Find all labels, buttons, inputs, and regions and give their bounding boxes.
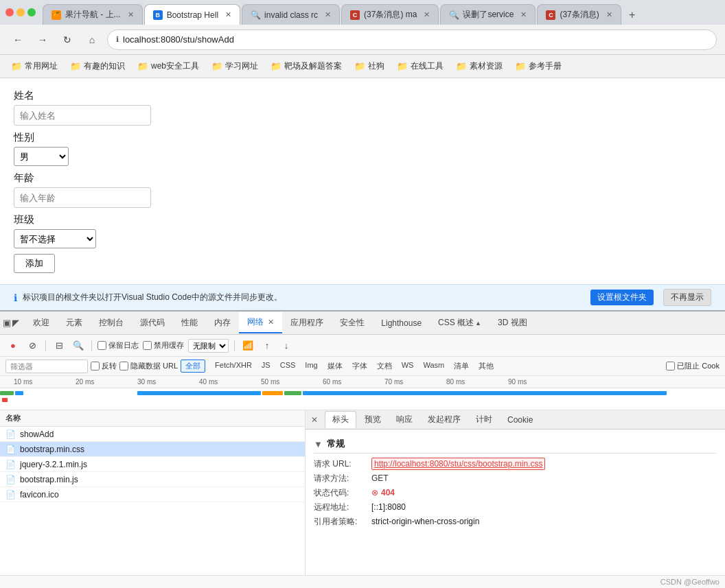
devtools-tab-lighthouse[interactable]: Lighthouse <box>373 314 430 332</box>
filter-type-doc[interactable]: 文档 <box>373 360 396 372</box>
detail-tab-preview[interactable]: 预览 <box>358 412 388 427</box>
tab-5[interactable]: 🔍 误删了service ✕ <box>440 4 536 25</box>
devtools-tab-performance[interactable]: 性能 <box>173 313 206 333</box>
tab-3[interactable]: 🔍 invalid class rc ✕ <box>242 4 340 25</box>
filter-type-media[interactable]: 媒体 <box>323 360 347 372</box>
filter-toggle-button[interactable]: ⊟ <box>51 338 67 353</box>
devtools-tab-security[interactable]: 安全性 <box>332 313 373 333</box>
back-button[interactable]: ← <box>8 30 27 49</box>
tab-1[interactable]: 🍊 果汁导航 - 上... ✕ <box>43 4 143 25</box>
bookmark-6[interactable]: 📁 社狗 <box>349 58 390 74</box>
class-select[interactable]: 暂不选择 班级1 班级2 <box>14 229 96 248</box>
dismiss-button[interactable]: 不再显示 <box>663 289 711 306</box>
detail-tab-timing[interactable]: 计时 <box>469 412 499 427</box>
bookmark-1-label: 常用网址 <box>25 60 58 72</box>
timeline-bar-green-1 <box>0 391 14 395</box>
add-button[interactable]: 添加 <box>14 254 55 273</box>
detail-tab-headers[interactable]: 标头 <box>325 411 356 428</box>
toolbar-sep-2 <box>91 340 92 351</box>
tab-4-close[interactable]: ✕ <box>424 10 430 19</box>
tab-1-label: 果汁导航 - 上... <box>65 9 121 21</box>
reload-button[interactable]: ↻ <box>58 30 77 49</box>
filter-all-tag[interactable]: 全部 <box>181 360 205 373</box>
detail-tab-initiator[interactable]: 发起程序 <box>421 412 468 427</box>
age-input[interactable] <box>14 187 151 208</box>
filter-type-img[interactable]: Img <box>301 360 321 372</box>
search-button[interactable]: 🔍 <box>71 338 86 353</box>
gender-select[interactable]: 男 女 <box>14 147 69 166</box>
minimize-button[interactable] <box>16 8 25 16</box>
tab-6-close[interactable]: ✕ <box>606 10 612 19</box>
devtools-tab-application[interactable]: 应用程序 <box>282 313 332 333</box>
bookmark-7[interactable]: 📁 在线工具 <box>391 58 449 74</box>
bookmark-5-label: 靶场及解题答案 <box>284 60 342 72</box>
request-url-value: http://localhost:8080/stu/css/bootstrap.… <box>371 458 545 470</box>
file-item-bootstrap-css[interactable]: 📄 bootstrap.min.css <box>0 442 305 457</box>
disable-cache-checkbox[interactable] <box>143 341 152 350</box>
filter-type-css[interactable]: CSS <box>276 360 300 372</box>
devtools-tab-network[interactable]: 网络 ✕ <box>239 312 282 333</box>
blocked-checkbox[interactable] <box>666 362 675 371</box>
bookmark-9[interactable]: 📁 参考手册 <box>509 58 567 74</box>
bookmark-2[interactable]: 📁 有趣的知识 <box>65 58 130 74</box>
devtools-tab-elements[interactable]: 元素 <box>58 313 91 333</box>
tick-10ms: 10 ms <box>14 378 32 386</box>
devtools-tab-bar: ▣ ◤ 欢迎 元素 控制台 源代码 性能 内存 网络 ✕ 应用程序 安全性 Li… <box>0 311 725 335</box>
devtools-tab-network-close[interactable]: ✕ <box>268 318 274 326</box>
detail-tab-response[interactable]: 响应 <box>389 412 419 427</box>
record-button[interactable]: ● <box>5 338 21 353</box>
devtools-tab-sources[interactable]: 源代码 <box>132 313 173 333</box>
file-item-jquery[interactable]: 📄 jquery-3.2.1.min.js <box>0 457 305 472</box>
bookmark-1[interactable]: 📁 常用网址 <box>5 58 63 74</box>
name-input[interactable] <box>14 105 151 126</box>
tab-3-close[interactable]: ✕ <box>325 10 331 19</box>
filter-type-fetch[interactable]: Fetch/XHR <box>211 360 256 372</box>
tab-4[interactable]: C (37条消息) ma ✕ <box>341 4 439 25</box>
filter-input[interactable] <box>5 360 88 373</box>
home-button[interactable]: ⌂ <box>82 30 102 49</box>
preserve-log-checkbox[interactable] <box>97 341 106 350</box>
throttle-select[interactable]: 无限制 <box>188 339 229 353</box>
filter-type-manifest[interactable]: 清单 <box>450 360 473 372</box>
detail-close-button[interactable]: ✕ <box>311 415 318 425</box>
file-item-favicon[interactable]: 📄 favicon.ico <box>0 487 305 502</box>
reverse-checkbox[interactable] <box>91 362 100 371</box>
section-header-general[interactable]: ▼ 常规 <box>314 435 717 454</box>
network-conditions-icon[interactable]: 📶 <box>240 338 255 353</box>
address-bar[interactable]: ℹ localhost:8080/stu/showAdd <box>107 30 717 50</box>
devtools-device-icon[interactable]: ◤ <box>12 318 19 328</box>
forward-button[interactable]: → <box>33 30 52 49</box>
tab-6[interactable]: C (37条消息) ✕ <box>537 4 621 25</box>
bookmark-8[interactable]: 📁 素材资源 <box>450 58 508 74</box>
devtools-tab-welcome[interactable]: 欢迎 <box>25 313 58 333</box>
file-item-bootstrap-js[interactable]: 📄 bootstrap.min.js <box>0 472 305 487</box>
tab-2[interactable]: B Bootstrap Hell ✕ <box>144 4 240 25</box>
clear-button[interactable]: ⊘ <box>25 338 40 353</box>
bookmark-5[interactable]: 📁 靶场及解题答案 <box>265 58 347 74</box>
devtools-tab-css-overview[interactable]: CSS 概述 ▲ <box>430 313 490 333</box>
devtools-inspect-icon[interactable]: ▣ <box>3 318 11 328</box>
maximize-button[interactable] <box>27 8 36 16</box>
new-tab-button[interactable]: + <box>623 5 642 25</box>
filter-type-font[interactable]: 字体 <box>348 360 371 372</box>
tab-2-close[interactable]: ✕ <box>225 10 231 19</box>
tab-1-close[interactable]: ✕ <box>128 10 134 19</box>
devtools-tab-memory[interactable]: 内存 <box>206 313 239 333</box>
bookmark-4[interactable]: 📁 学习网址 <box>206 58 264 74</box>
bookmark-3[interactable]: 📁 web安全工具 <box>132 58 205 74</box>
hide-data-url-checkbox[interactable] <box>119 362 128 371</box>
filter-type-ws[interactable]: WS <box>398 360 418 372</box>
close-button[interactable] <box>5 8 14 16</box>
tab-5-close[interactable]: ✕ <box>520 10 527 19</box>
filter-type-js[interactable]: JS <box>257 360 275 372</box>
filter-type-other[interactable]: 其他 <box>474 360 498 372</box>
devtools-tab-console[interactable]: 控制台 <box>91 313 132 333</box>
filter-type-wasm[interactable]: Wasm <box>419 360 448 372</box>
devtools-tab-3d[interactable]: 3D 视图 <box>490 313 536 333</box>
upload-icon[interactable]: ↑ <box>260 338 275 353</box>
set-root-button[interactable]: 设置根文件夹 <box>590 290 654 305</box>
detail-tab-cookie[interactable]: Cookie <box>500 413 540 427</box>
download-icon[interactable]: ↓ <box>279 338 294 353</box>
status-label: 状态代码: <box>314 487 369 499</box>
file-item-showAdd[interactable]: 📄 showAdd <box>0 427 305 442</box>
